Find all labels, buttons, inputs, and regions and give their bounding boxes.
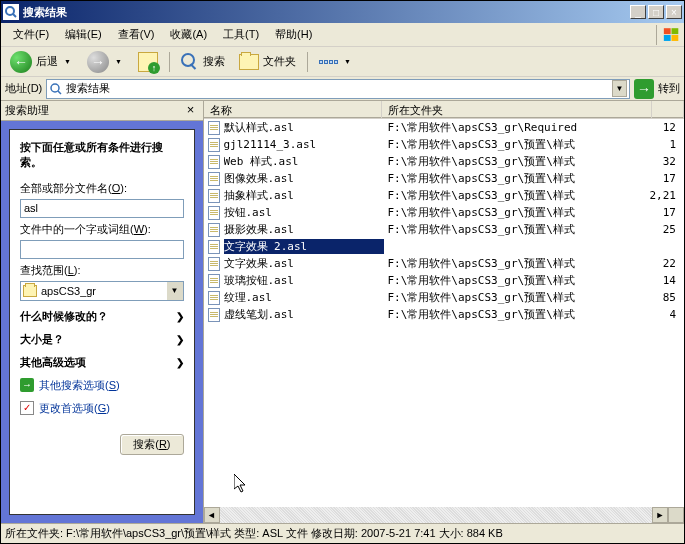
- search-icon: [181, 53, 199, 71]
- views-icon: [319, 60, 338, 64]
- chevron-right-icon: ❯: [176, 334, 184, 345]
- chevron-down-icon[interactable]: ▼: [342, 58, 353, 65]
- resize-grip[interactable]: [668, 507, 684, 523]
- scope-dropdown-arrow[interactable]: ▼: [167, 282, 183, 300]
- file-row[interactable]: 虚线笔划.aslF:\常用软件\apsCS3_gr\预置\样式4: [204, 306, 685, 323]
- close-search-pane-button[interactable]: ×: [183, 103, 199, 119]
- folder-icon: [23, 285, 37, 297]
- back-button[interactable]: ← 后退 ▼: [5, 48, 78, 76]
- file-size: 32: [650, 155, 683, 168]
- scope-label: 查找范围(L):: [20, 263, 184, 278]
- file-row[interactable]: Web 样式.aslF:\常用软件\apsCS3_gr\预置\样式32: [204, 153, 685, 170]
- do-search-button[interactable]: 搜索(R): [120, 434, 183, 455]
- forward-button[interactable]: → ▼: [82, 48, 129, 76]
- chevron-down-icon[interactable]: ▼: [62, 58, 73, 65]
- file-size: 14: [650, 274, 683, 287]
- chevron-right-icon: ❯: [176, 357, 184, 368]
- close-button[interactable]: ×: [666, 5, 682, 19]
- svg-rect-4: [664, 35, 671, 41]
- filename-label: 全部或部分文件名(O):: [20, 181, 184, 196]
- change-prefs-link[interactable]: ✓ 更改首选项(G): [20, 401, 184, 416]
- file-icon: [206, 121, 222, 135]
- file-row[interactable]: 图像效果.aslF:\常用软件\apsCS3_gr\预置\样式17: [204, 170, 685, 187]
- column-name[interactable]: 名称: [204, 101, 382, 118]
- word-label: 文件中的一个字或词组(W):: [20, 222, 184, 237]
- file-name: 文字效果 2.asl: [224, 239, 384, 254]
- search-button[interactable]: 搜索: [176, 50, 230, 74]
- svg-rect-3: [672, 28, 679, 34]
- file-folder: F:\常用软件\apsCS3_gr\预置\样式: [384, 290, 650, 305]
- file-row[interactable]: 默认样式.aslF:\常用软件\apsCS3_gr\Required12: [204, 119, 685, 136]
- list-body[interactable]: 默认样式.aslF:\常用软件\apsCS3_gr\Required12gjl2…: [204, 119, 685, 507]
- scope-select[interactable]: apsCS3_gr ▼: [20, 281, 184, 301]
- file-size: 12: [650, 121, 683, 134]
- status-bar: 所在文件夹: F:\常用软件\apsCS3_gr\预置\样式 类型: ASL 文…: [1, 523, 684, 543]
- file-row[interactable]: 玻璃按钮.aslF:\常用软件\apsCS3_gr\预置\样式14: [204, 272, 685, 289]
- menu-view[interactable]: 查看(V): [110, 25, 163, 44]
- go-button[interactable]: →: [634, 79, 654, 99]
- menu-tools[interactable]: 工具(T): [215, 25, 267, 44]
- file-size: 25: [650, 223, 683, 236]
- svg-rect-2: [664, 28, 671, 34]
- file-size: 4: [650, 308, 683, 321]
- file-row[interactable]: gjl21114_3.aslF:\常用软件\apsCS3_gr\预置\样式1: [204, 136, 685, 153]
- file-folder: F:\常用软件\apsCS3_gr\预置\样式: [384, 188, 650, 203]
- file-name: 摄影效果.asl: [224, 222, 384, 237]
- file-row[interactable]: 抽象样式.aslF:\常用软件\apsCS3_gr\预置\样式2,21: [204, 187, 685, 204]
- svg-rect-5: [672, 35, 679, 41]
- address-dropdown[interactable]: ▼: [612, 80, 627, 97]
- toolbar-separator: [169, 52, 170, 72]
- toolbar: ← 后退 ▼ → ▼ 搜索 文件夹 ▼: [1, 47, 684, 77]
- column-folder[interactable]: 所在文件夹: [382, 101, 652, 118]
- svg-point-0: [6, 7, 14, 15]
- file-row[interactable]: 按钮.aslF:\常用软件\apsCS3_gr\预置\样式17: [204, 204, 685, 221]
- expand-size[interactable]: 大小是？❯: [20, 332, 184, 347]
- app-icon: [3, 4, 19, 20]
- scroll-left-button[interactable]: ◄: [204, 507, 220, 523]
- file-folder: F:\常用软件\apsCS3_gr\预置\样式: [384, 205, 650, 220]
- menu-favorites[interactable]: 收藏(A): [162, 25, 215, 44]
- svg-line-7: [58, 91, 61, 94]
- file-row[interactable]: 摄影效果.aslF:\常用软件\apsCS3_gr\预置\样式25: [204, 221, 685, 238]
- maximize-button[interactable]: □: [648, 5, 664, 19]
- file-row[interactable]: 文字效果 2.aslF:\常用软件\apsCS3_gr\预置\样式: [204, 238, 685, 255]
- column-size[interactable]: [652, 101, 685, 118]
- svg-line-1: [13, 14, 16, 17]
- file-folder: F:\常用软件\apsCS3_gr\预置\样式: [384, 154, 650, 169]
- chevron-down-icon[interactable]: ▼: [113, 58, 124, 65]
- menu-edit[interactable]: 编辑(E): [57, 25, 110, 44]
- expand-when-modified[interactable]: 什么时候修改的？❯: [20, 309, 184, 324]
- scroll-track[interactable]: [220, 507, 653, 523]
- word-input[interactable]: [20, 240, 184, 259]
- file-row[interactable]: 文字效果.aslF:\常用软件\apsCS3_gr\预置\样式22: [204, 255, 685, 272]
- cursor-icon: [234, 474, 248, 498]
- file-row[interactable]: 纹理.aslF:\常用软件\apsCS3_gr\预置\样式85: [204, 289, 685, 306]
- file-icon: [206, 138, 222, 152]
- file-icon: [206, 240, 222, 254]
- search-pane-header: 搜索助理 ×: [1, 101, 203, 121]
- expand-advanced[interactable]: 其他高级选项❯: [20, 355, 184, 370]
- folders-button[interactable]: 文件夹: [234, 51, 301, 73]
- horizontal-scrollbar[interactable]: ◄ ►: [204, 507, 685, 523]
- search-heading: 按下面任意或所有条件进行搜索。: [20, 140, 184, 171]
- more-options-link[interactable]: → 其他搜索选项(S): [20, 378, 184, 393]
- xp-logo-icon: [656, 25, 680, 45]
- back-arrow-icon: ←: [10, 51, 32, 73]
- file-size: 1: [650, 138, 683, 151]
- menu-file[interactable]: 文件(F): [5, 25, 57, 44]
- window-title: 搜索结果: [23, 5, 630, 20]
- up-button[interactable]: [133, 49, 163, 75]
- file-folder: F:\常用软件\apsCS3_gr\预置\样式: [384, 239, 650, 254]
- results-pane: 名称 所在文件夹 默认样式.aslF:\常用软件\apsCS3_gr\Requi…: [204, 101, 685, 523]
- scroll-right-button[interactable]: ►: [652, 507, 668, 523]
- address-input[interactable]: 搜索结果 ▼: [46, 79, 630, 99]
- minimize-button[interactable]: _: [630, 5, 646, 19]
- folder-icon: [239, 54, 259, 70]
- file-folder: F:\常用软件\apsCS3_gr\预置\样式: [384, 222, 650, 237]
- menu-help[interactable]: 帮助(H): [267, 25, 320, 44]
- file-icon: [206, 308, 222, 322]
- filename-input[interactable]: [20, 199, 184, 218]
- file-folder: F:\常用软件\apsCS3_gr\预置\样式: [384, 137, 650, 152]
- views-button[interactable]: ▼: [314, 55, 358, 68]
- file-folder: F:\常用软件\apsCS3_gr\预置\样式: [384, 171, 650, 186]
